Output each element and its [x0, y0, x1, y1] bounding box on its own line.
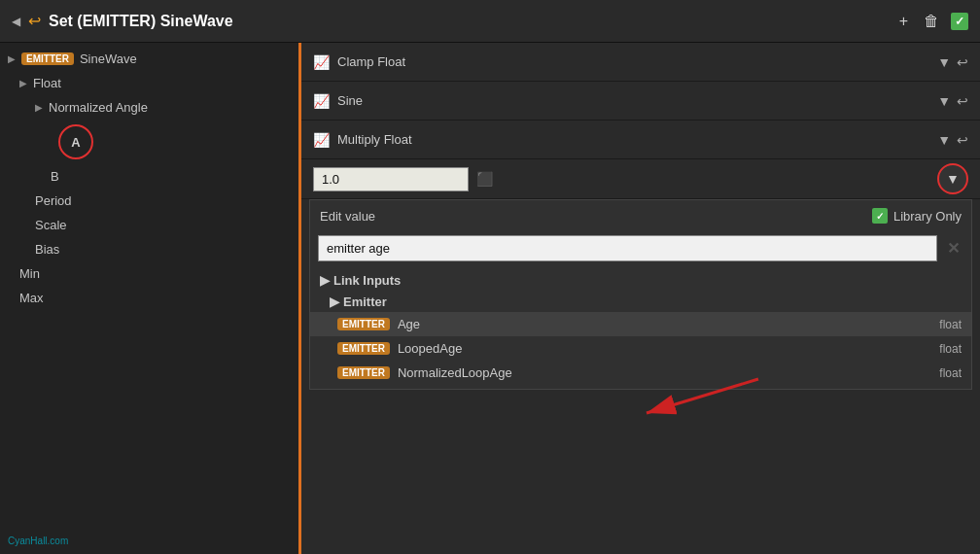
delete-button[interactable]: 🗑: [920, 11, 943, 32]
module-row-clamp-float[interactable]: 📈 Clamp Float ▼ ↩: [301, 43, 980, 82]
emitter-badge: EMITTER: [337, 366, 390, 379]
right-panel: 📈 Clamp Float ▼ ↩ 📈 Sine ▼ ↩ 📈 Multip: [301, 43, 980, 554]
link-item-normalizedloopAge[interactable]: EMITTER NormalizedLoopAge float: [310, 361, 971, 385]
search-row: emitter age ✕: [310, 231, 971, 265]
sidebar-label: SineWave: [80, 52, 137, 66]
module-dropdown-btn[interactable]: ▼: [937, 54, 951, 70]
module-graph-icon: 📈: [313, 54, 330, 70]
module-actions: ▼ ↩: [937, 54, 968, 70]
emitter-icon: ↩: [28, 12, 41, 30]
sidebar-label: Float: [33, 76, 61, 90]
arrow-icon: ▶: [320, 273, 330, 288]
sidebar: ▶ EMITTER SineWave ▶ Float ▶ Normalized …: [0, 43, 301, 554]
collapse-icon: ▶: [8, 53, 16, 64]
a-circle-indicator: A: [58, 124, 93, 159]
emitter-badge: EMITTER: [21, 52, 74, 65]
arrow-icon: ▶: [330, 294, 339, 309]
collapse-icon: ▶: [35, 102, 43, 113]
module-reset-btn[interactable]: ↩: [957, 132, 968, 148]
module-dropdown-btn[interactable]: ▼: [937, 93, 951, 109]
module-row-sine[interactable]: 📈 Sine ▼ ↩: [301, 82, 980, 121]
link-item-age[interactable]: EMITTER Age float: [310, 312, 971, 336]
link-item-loopedage[interactable]: EMITTER LoopedAge float: [310, 336, 971, 361]
sidebar-label: Period: [35, 193, 72, 208]
sidebar-item-bias[interactable]: Bias: [0, 237, 298, 261]
link-item-type: float: [939, 342, 962, 356]
check-icon: ✓: [876, 211, 884, 222]
module-row-multiply-float[interactable]: 📈 Multiply Float ▼ ↩: [301, 121, 980, 159]
header: ◀ ↩ Set (EMITTER) SineWave + 🗑 ✓: [0, 0, 980, 43]
sidebar-label: Bias: [35, 242, 59, 257]
link-item-type: float: [939, 318, 962, 331]
add-button[interactable]: +: [895, 11, 912, 32]
sidebar-item-normalized-angle[interactable]: ▶ Normalized Angle: [0, 95, 298, 120]
value-input[interactable]: 1.0: [313, 167, 469, 191]
sidebar-label: Normalized Angle: [49, 100, 148, 115]
main-panel: ◀ ↩ Set (EMITTER) SineWave + 🗑 ✓ ▶ EMITT…: [0, 0, 980, 554]
sidebar-item-float[interactable]: ▶ Float: [0, 71, 298, 95]
sidebar-item-b[interactable]: B: [0, 164, 298, 189]
emitter-group-header: ▶ Emitter: [310, 292, 971, 312]
module-label: Sine: [337, 93, 929, 108]
header-actions: + 🗑 ✓: [895, 11, 968, 32]
expand-icon: ⬛: [476, 171, 493, 187]
input-row: 1.0 ⬛ ▼: [301, 159, 980, 199]
dp-title: Edit value: [320, 209, 375, 224]
module-actions: ▼ ↩: [937, 132, 968, 148]
collapse-arrow-icon: ◀: [12, 15, 20, 28]
link-inputs-label: Link Inputs: [333, 273, 401, 288]
emitter-badge: EMITTER: [337, 318, 390, 330]
watermark: CyanHall.com: [8, 536, 68, 546]
library-only-control: ✓ Library Only: [872, 208, 962, 224]
collapse-icon: ▶: [19, 78, 27, 88]
sidebar-item-min[interactable]: Min: [0, 261, 298, 286]
library-only-label: Library Only: [893, 209, 962, 224]
link-item-type: float: [939, 366, 962, 380]
sidebar-label: Max: [19, 291, 44, 305]
sidebar-item-emitter-sinewave[interactable]: ▶ EMITTER SineWave: [0, 47, 298, 71]
module-actions: ▼ ↩: [937, 93, 968, 109]
window-title: Set (EMITTER) SineWave: [49, 13, 888, 30]
link-item-label: Age: [398, 317, 420, 331]
clear-search-button[interactable]: ✕: [943, 239, 963, 258]
sidebar-label: B: [51, 169, 59, 184]
dropdown-open-button[interactable]: ▼: [937, 163, 968, 194]
sidebar-label: Scale: [35, 218, 67, 232]
module-label: Clamp Float: [337, 54, 929, 69]
check-icon: ✓: [955, 15, 964, 28]
library-only-checkbox[interactable]: ✓: [872, 208, 888, 224]
module-dropdown-btn[interactable]: ▼: [937, 132, 951, 148]
link-item-label: LoopedAge: [398, 341, 463, 356]
emitter-badge: EMITTER: [337, 342, 390, 355]
dropdown-panel: Edit value ✓ Library Only emitter age ✕: [309, 199, 972, 390]
sidebar-item-period[interactable]: Period: [0, 189, 298, 213]
module-graph-icon: 📈: [313, 132, 330, 148]
module-reset-btn[interactable]: ↩: [957, 93, 968, 109]
module-label: Multiply Float: [337, 132, 929, 147]
link-inputs-header: ▶ Link Inputs: [310, 269, 971, 292]
sidebar-item-max[interactable]: Max: [0, 286, 298, 310]
chevron-down-icon: ▼: [946, 171, 960, 187]
sidebar-label: Min: [19, 266, 40, 281]
dp-header: Edit value ✓ Library Only: [310, 200, 971, 231]
link-item-label: NormalizedLoopAge: [398, 365, 512, 380]
emitter-group-label: Emitter: [343, 294, 387, 309]
module-reset-btn[interactable]: ↩: [957, 54, 968, 70]
body: ▶ EMITTER SineWave ▶ Float ▶ Normalized …: [0, 43, 980, 554]
search-input[interactable]: emitter age: [318, 235, 937, 261]
module-graph-icon: 📈: [313, 93, 330, 109]
enabled-checkbox[interactable]: ✓: [951, 13, 968, 30]
sidebar-item-scale[interactable]: Scale: [0, 213, 298, 237]
link-inputs-section: ▶ Link Inputs ▶ Emitter EMITTER Age floa…: [310, 265, 971, 389]
sidebar-item-a[interactable]: A: [0, 120, 298, 164]
